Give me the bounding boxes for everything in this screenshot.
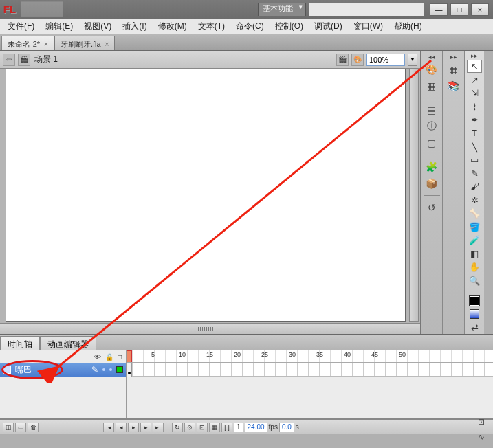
ruler-tick: 5	[151, 351, 155, 358]
pencil-tool[interactable]: ✎	[467, 167, 482, 179]
paint-bucket-tool[interactable]: 🪣	[467, 221, 482, 233]
edit-multiple-button[interactable]: ▦	[209, 423, 220, 432]
brush-tool[interactable]: 🖌	[467, 181, 482, 193]
outline-header-icon[interactable]: □	[118, 353, 122, 361]
color-panel-icon[interactable]: 🎨	[424, 62, 440, 77]
history-panel-icon[interactable]: ↺	[424, 200, 440, 215]
zoom-dropdown-icon[interactable]: ▼	[408, 54, 417, 66]
line-tool[interactable]: ╲	[467, 140, 482, 153]
eraser-tool[interactable]: ◧	[467, 247, 482, 260]
document-tab-label: 未命名-2*	[8, 39, 40, 49]
menu-window[interactable]: 窗口(W)	[349, 19, 388, 34]
zoom-value[interactable]: 100%	[366, 54, 405, 66]
lock-header-icon[interactable]: 🔒	[105, 353, 113, 361]
frame-ruler[interactable]: 5 10 15 20 25 30 35 40 45 50	[127, 350, 493, 363]
search-input[interactable]	[309, 3, 424, 16]
fps-field[interactable]: 24.00	[245, 423, 267, 432]
minimize-button[interactable]: —	[430, 3, 448, 16]
new-layer-button[interactable]: ◫	[3, 423, 14, 432]
menu-view[interactable]: 视图(V)	[79, 19, 116, 34]
close-button[interactable]: ×	[471, 3, 489, 16]
tool-panel-toggle-icon[interactable]: ▸▸	[471, 52, 478, 59]
panel-collapse-icon[interactable]: ▸▸	[450, 54, 457, 60]
ruler-tick: 30	[289, 351, 296, 358]
elapsed-time-field[interactable]: 0.0	[279, 423, 294, 432]
selection-tool[interactable]: ↖	[467, 60, 482, 73]
layer-name: 嘴巴	[15, 364, 32, 376]
ruler-tick: 45	[371, 351, 378, 358]
loop-button[interactable]: ↻	[172, 423, 183, 432]
prev-frame-button[interactable]: ◂	[116, 423, 127, 432]
menu-control[interactable]: 控制(O)	[270, 19, 308, 34]
panel-grip-icon[interactable]	[198, 327, 223, 331]
library-panel-icon[interactable]: 📚	[446, 78, 462, 93]
components2-panel-icon[interactable]: 📦	[424, 176, 440, 191]
keyframe[interactable]	[127, 363, 132, 377]
transform-panel-icon[interactable]: ▢	[424, 135, 440, 150]
edit-scene-icon[interactable]: 🎬	[336, 54, 349, 66]
align-panel-icon[interactable]: ▤	[424, 102, 440, 117]
menu-insert[interactable]: 插入(I)	[118, 19, 151, 34]
subselection-tool[interactable]: ↗	[467, 74, 482, 86]
lasso-tool[interactable]: ⌇	[467, 100, 482, 113]
smooth-option-icon[interactable]: ∿	[474, 430, 489, 444]
horizontal-scrollbar[interactable]	[0, 323, 420, 334]
stroke-color-swatch[interactable]	[467, 295, 482, 307]
visibility-header-icon[interactable]: 👁	[94, 353, 101, 361]
layer-outline-swatch[interactable]	[116, 366, 123, 373]
playhead-line	[129, 363, 129, 419]
tab-timeline[interactable]: 时间轴	[0, 336, 40, 350]
menu-edit[interactable]: 编辑(E)	[41, 19, 78, 34]
menu-commands[interactable]: 命令(C)	[231, 19, 269, 34]
pen-tool[interactable]: ✒	[467, 113, 482, 126]
edit-symbol-icon[interactable]: 🎨	[351, 54, 364, 66]
first-frame-button[interactable]: |◂	[103, 423, 114, 432]
frame-track[interactable]	[127, 363, 493, 377]
deco-tool[interactable]: ✲	[467, 194, 482, 206]
free-transform-tool[interactable]: ⇲	[467, 87, 482, 99]
menu-debug[interactable]: 调试(D)	[309, 19, 347, 34]
components-panel-icon[interactable]: 🧩	[424, 159, 440, 175]
properties-panel-icon[interactable]: ▦	[446, 62, 462, 77]
bone-tool[interactable]: 🦴	[467, 208, 482, 220]
onion-outline-button[interactable]: ⊡	[197, 423, 208, 432]
zoom-tool[interactable]: 🔍	[467, 274, 482, 287]
menu-help[interactable]: 帮助(H)	[389, 19, 427, 34]
next-frame-button[interactable]: ▸	[140, 423, 151, 432]
last-frame-button[interactable]: ▸|	[153, 423, 164, 432]
stage-canvas[interactable]	[6, 69, 406, 322]
maximize-button[interactable]: □	[450, 3, 468, 16]
close-tab-icon[interactable]: ×	[44, 41, 48, 48]
layer-visibility-dot[interactable]	[102, 368, 105, 371]
back-icon[interactable]: ⇦	[3, 54, 15, 66]
panel-collapse-icon[interactable]: ◂◂	[428, 54, 435, 60]
tab-motion-editor[interactable]: 动画编辑器	[40, 336, 96, 350]
document-tab[interactable]: 牙刷刷牙.fla ×	[54, 36, 116, 50]
menu-text[interactable]: 文本(T)	[193, 19, 230, 34]
snap-option-icon[interactable]: ⊡	[474, 415, 489, 429]
ink-bottle-tool[interactable]: 🧪	[467, 234, 482, 247]
new-folder-button[interactable]: ▭	[15, 423, 26, 432]
onion-markers-button[interactable]: [ ]	[221, 423, 232, 432]
onion-skin-button[interactable]: ⊙	[184, 423, 195, 432]
layer-lock-dot[interactable]	[109, 368, 112, 371]
menu-modify[interactable]: 修改(M)	[153, 19, 192, 34]
hand-tool[interactable]: ✋	[467, 261, 482, 273]
text-tool[interactable]: T	[467, 127, 482, 139]
close-tab-icon[interactable]: ×	[105, 41, 109, 48]
rectangle-tool[interactable]: ▭	[467, 154, 482, 166]
fill-color-swatch[interactable]	[467, 308, 482, 320]
vertical-scrollbar[interactable]	[409, 69, 419, 322]
playhead[interactable]	[127, 350, 132, 363]
info-panel-icon[interactable]: ⓘ	[424, 119, 440, 134]
current-frame-field[interactable]: 1	[234, 423, 243, 432]
document-tab-active[interactable]: 未命名-2* ×	[1, 36, 54, 50]
swatches-panel-icon[interactable]: ▦	[424, 78, 440, 93]
menu-file[interactable]: 文件(F)	[3, 19, 39, 34]
workspace-selector[interactable]: 基本功能	[258, 3, 306, 16]
layer-row[interactable]: 嘴巴 ✎	[0, 363, 126, 377]
swap-colors-icon[interactable]: ⇄	[467, 322, 482, 334]
document-tab-label: 牙刷刷牙.fla	[61, 39, 101, 49]
play-button[interactable]: ▸	[128, 423, 139, 432]
delete-layer-button[interactable]: 🗑	[28, 423, 39, 432]
